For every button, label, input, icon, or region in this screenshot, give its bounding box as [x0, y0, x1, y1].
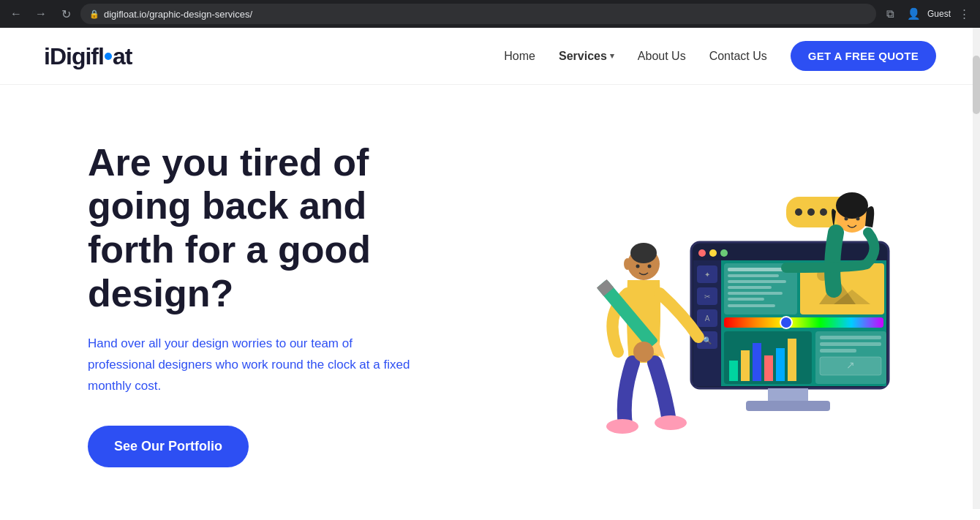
svg-text:✂: ✂	[704, 293, 710, 301]
svg-rect-31	[753, 343, 761, 381]
svg-rect-17	[728, 280, 786, 283]
svg-rect-29	[729, 361, 738, 381]
svg-point-27	[780, 317, 792, 328]
svg-point-1	[698, 249, 706, 257]
svg-text:✦: ✦	[704, 271, 710, 279]
svg-point-53	[636, 265, 640, 268]
forward-button[interactable]: →	[31, 4, 51, 24]
svg-text:↗: ↗	[846, 359, 855, 371]
tab-button[interactable]: ⧉	[881, 4, 901, 24]
svg-rect-21	[728, 304, 775, 307]
svg-point-46	[820, 208, 827, 216]
nav-services[interactable]: Services ▾	[559, 50, 614, 63]
reload-button[interactable]: ↻	[56, 4, 76, 24]
menu-button[interactable]: ⋮	[954, 4, 974, 24]
svg-point-3	[720, 249, 728, 257]
svg-rect-37	[820, 342, 881, 346]
page-wrapper: iDigiflat Home Services ▾ About Us Conta…	[0, 28, 980, 509]
svg-point-45	[807, 208, 815, 216]
svg-point-55	[624, 258, 631, 270]
svg-point-44	[795, 208, 802, 216]
svg-rect-26	[724, 317, 883, 328]
svg-rect-34	[788, 339, 796, 381]
svg-point-56	[606, 419, 638, 434]
hero-section: Are you tired of going back and forth fo…	[0, 85, 980, 509]
lock-icon: 🔒	[89, 10, 99, 19]
cta-button[interactable]: GET A FREE QUOTE	[791, 41, 936, 71]
svg-point-48	[836, 192, 868, 219]
svg-rect-36	[820, 336, 881, 339]
logo-dot	[105, 53, 112, 60]
scrollbar[interactable]	[973, 28, 980, 509]
profile-button[interactable]: 👤	[904, 4, 924, 24]
hero-svg: ✦ ✂ A 🔍	[530, 147, 911, 461]
browser-chrome: ← → ↻ 🔒 digifloat.io/graphic-design-serv…	[0, 0, 980, 28]
svg-rect-38	[820, 349, 856, 353]
chevron-down-icon: ▾	[610, 51, 614, 61]
nav-home[interactable]: Home	[504, 50, 535, 63]
hero-title: Are you tired of going back and forth fo…	[88, 141, 453, 316]
svg-rect-18	[728, 286, 772, 289]
svg-point-2	[709, 249, 717, 257]
svg-rect-30	[741, 350, 750, 381]
svg-rect-33	[776, 348, 785, 381]
svg-point-49	[845, 217, 848, 221]
svg-rect-20	[728, 298, 764, 301]
portfolio-button[interactable]: See Our Portfolio	[88, 426, 249, 467]
back-button[interactable]: ←	[6, 4, 26, 24]
svg-point-57	[655, 415, 687, 430]
hero-content: Are you tired of going back and forth fo…	[88, 141, 453, 468]
logo[interactable]: iDigiflat	[44, 45, 132, 68]
scrollbar-thumb	[973, 56, 980, 114]
svg-point-52	[630, 243, 657, 263]
url-text: digifloat.io/graphic-design-services/	[104, 9, 867, 20]
svg-rect-42	[746, 401, 830, 411]
logo-text: iDigiflat	[44, 45, 132, 68]
hero-subtitle: Hand over all your design worries to our…	[88, 334, 417, 397]
svg-rect-19	[728, 292, 783, 295]
nav-contact[interactable]: Contact Us	[709, 50, 767, 63]
address-bar[interactable]: 🔒 digifloat.io/graphic-design-services/	[80, 4, 876, 24]
site-header: iDigiflat Home Services ▾ About Us Conta…	[0, 28, 980, 85]
svg-rect-16	[728, 274, 779, 277]
guest-label: Guest	[927, 9, 951, 19]
svg-rect-32	[764, 355, 773, 381]
svg-point-54	[648, 265, 652, 268]
svg-rect-41	[768, 388, 808, 402]
site-nav: Home Services ▾ About Us Contact Us GET …	[504, 41, 936, 71]
svg-point-50	[856, 217, 860, 221]
browser-right-controls: ⧉ 👤 Guest ⋮	[881, 4, 974, 24]
nav-about[interactable]: About Us	[638, 50, 686, 63]
hero-illustration: ✦ ✂ A 🔍	[519, 140, 921, 469]
svg-text:A: A	[705, 314, 710, 323]
svg-point-61	[633, 342, 654, 362]
